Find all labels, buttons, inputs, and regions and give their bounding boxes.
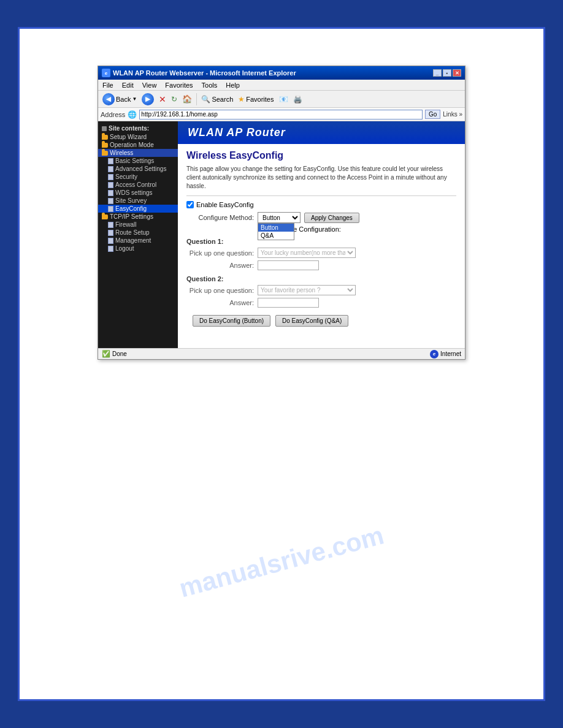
question2-answer-row: Answer:	[186, 298, 456, 308]
main-content-area: WLAN AP Router Wireless EasyConfig This …	[178, 121, 465, 348]
sidebar-logout-label: Logout	[115, 245, 134, 252]
sidebar-item-setup-wizard[interactable]: Setup Wizard	[98, 133, 178, 141]
page-icon-route	[108, 230, 113, 236]
sidebar-item-site-survey[interactable]: Site Survey	[98, 197, 178, 205]
enable-checkbox[interactable]	[186, 201, 194, 208]
stop-icon: ✕	[159, 94, 166, 104]
page-icon-access	[108, 182, 113, 188]
menu-file[interactable]: File	[101, 82, 115, 89]
question2-select[interactable]: Your favorite person ?	[258, 285, 356, 295]
back-label: Back	[116, 96, 131, 103]
stop-button[interactable]: ✕	[157, 94, 168, 105]
forward-button[interactable]: ▶	[140, 93, 156, 106]
question1-answer-label: Answer:	[186, 262, 254, 269]
status-done-label: Done	[112, 351, 127, 357]
header-title: WLAN AP Router	[188, 126, 286, 138]
toolbar-separator-1	[196, 93, 197, 105]
home-button[interactable]: 🏠	[180, 94, 194, 104]
dropdown-open-menu: Button Q&A	[258, 223, 294, 240]
dropdown-option-qa[interactable]: Q&A	[258, 232, 294, 240]
sidebar-title-icon	[102, 126, 107, 131]
sidebar-item-security[interactable]: Security	[98, 173, 178, 181]
bottom-buttons: Do EasyConfig (Button) Do EasyConfig (Q&…	[186, 315, 456, 327]
question1-answer-input[interactable]	[258, 260, 319, 270]
outer-border: manualsrive.com e WLAN AP Router Webserv…	[18, 27, 545, 701]
status-left: ✅ Done	[102, 350, 127, 358]
folder-icon-setup	[102, 135, 108, 140]
question1-section: Question 1:	[186, 238, 456, 245]
browser-icon: e	[102, 69, 110, 77]
sidebar-firewall-label: Firewall	[115, 221, 136, 228]
sidebar: Site contents: Setup Wizard Operation Mo…	[98, 121, 178, 348]
configure-method-label: Configure Method:	[186, 214, 254, 221]
sidebar-item-management[interactable]: Management	[98, 237, 178, 245]
sidebar-item-easyconfig[interactable]: EasyConfig	[98, 205, 178, 213]
sidebar-management-label: Management	[115, 237, 151, 244]
sidebar-item-wds-settings[interactable]: WDS settings	[98, 189, 178, 197]
sidebar-easyconfig-label: EasyConfig	[115, 205, 147, 212]
browser-content: Site contents: Setup Wizard Operation Mo…	[98, 121, 465, 348]
refresh-button[interactable]: ↻	[169, 94, 179, 104]
sidebar-item-advanced-settings[interactable]: Advanced Settings	[98, 165, 178, 173]
go-button[interactable]: Go	[425, 110, 440, 119]
configure-method-select[interactable]: Button Q&A	[258, 212, 301, 223]
search-button[interactable]: 🔍 Search	[199, 94, 235, 104]
back-button[interactable]: ◀ Back ▼	[101, 93, 139, 106]
sidebar-item-tcpip[interactable]: TCP/IP Settings	[98, 213, 178, 221]
sidebar-item-firewall[interactable]: Firewall	[98, 221, 178, 229]
sidebar-item-operation-mode[interactable]: Operation Mode	[98, 141, 178, 149]
menu-tools[interactable]: Tools	[200, 82, 220, 89]
content-area: Wireless EasyConfig This page allow you …	[178, 144, 465, 333]
page-icon-easyconfig	[108, 206, 113, 212]
dropdown-option-button[interactable]: Button	[258, 224, 294, 232]
sidebar-item-basic-settings[interactable]: Basic Settings	[98, 157, 178, 165]
page-icon-security	[108, 174, 113, 180]
page-icon-site-survey	[108, 198, 113, 204]
status-right: e Internet	[430, 350, 461, 358]
page-description: This page allow you change the setting f…	[186, 165, 456, 196]
media-button[interactable]: 📧	[277, 94, 290, 104]
sidebar-access-control-label: Access Control	[115, 181, 156, 188]
minimize-button[interactable]: _	[433, 69, 442, 77]
forward-icon: ▶	[142, 93, 154, 105]
print-button[interactable]: 🖨️	[291, 94, 304, 104]
search-icon: 🔍	[201, 95, 210, 104]
sidebar-tcpip-label: TCP/IP Settings	[110, 213, 153, 220]
address-bar: Address 🌐 Go Links »	[98, 108, 465, 121]
sidebar-item-access-control[interactable]: Access Control	[98, 181, 178, 189]
status-bar: ✅ Done e Internet	[98, 348, 465, 359]
enable-row: Enable EasyConfig	[186, 201, 456, 208]
close-button[interactable]: ✕	[453, 69, 461, 77]
sidebar-item-logout[interactable]: Logout	[98, 245, 178, 252]
configure-method-row: Configure Method: Button Q&A Button Q&A	[186, 212, 456, 223]
question2-answer-label: Answer:	[186, 299, 254, 306]
browser-window: e WLAN AP Router Webserver - Microsoft I…	[98, 66, 465, 360]
question2-pick-label: Pick up one question:	[186, 287, 254, 294]
sidebar-item-wireless[interactable]: Wireless	[98, 149, 178, 157]
sidebar-advanced-settings-label: Advanced Settings	[115, 165, 166, 172]
sidebar-wireless-label: Wireless	[110, 150, 133, 156]
do-easy-button[interactable]: Do EasyConfig (Button)	[193, 315, 270, 327]
question2-answer-input[interactable]	[258, 298, 319, 308]
menu-favorites[interactable]: Favorites	[163, 82, 194, 89]
sidebar-security-label: Security	[115, 173, 137, 180]
question1-select[interactable]: Your lucky number(no more than 4 digits)…	[258, 248, 356, 258]
apply-changes-button[interactable]: Apply Changes	[304, 213, 359, 223]
refresh-icon: ↻	[171, 95, 177, 104]
menu-edit[interactable]: Edit	[120, 82, 136, 89]
title-bar-left: e WLAN AP Router Webserver - Microsoft I…	[102, 69, 296, 77]
do-easy-qa-button[interactable]: Do EasyConfig (Q&A)	[275, 315, 348, 327]
page-icon-advanced	[108, 166, 113, 172]
menu-help[interactable]: Help	[224, 82, 242, 89]
configure-method-dropdown[interactable]: Button Q&A Button Q&A	[258, 212, 301, 223]
question2-section: Question 2:	[186, 275, 456, 282]
sidebar-item-route-setup[interactable]: Route Setup	[98, 229, 178, 237]
favorites-button[interactable]: ★ Favorites	[236, 94, 275, 104]
address-input[interactable]	[139, 110, 423, 119]
sidebar-operation-label: Operation Mode	[110, 142, 154, 148]
title-bar: e WLAN AP Router Webserver - Microsoft I…	[98, 66, 465, 80]
links-label: Links »	[443, 111, 462, 118]
menu-view[interactable]: View	[140, 82, 159, 89]
question1-pick-row: Pick up one question: Your lucky number(…	[186, 248, 456, 258]
maximize-button[interactable]: ▪	[443, 69, 451, 77]
